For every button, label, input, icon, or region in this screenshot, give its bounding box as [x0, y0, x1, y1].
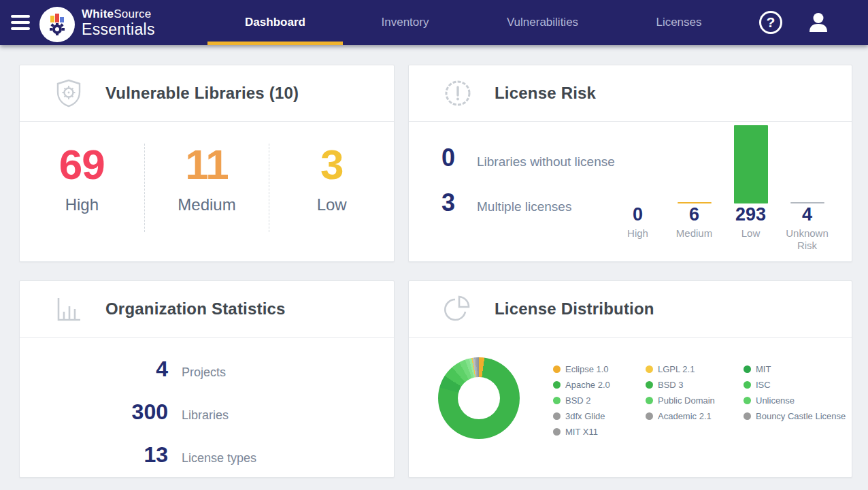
license-legend: Eclipse 1.0 Apache 2.0 BSD 2 3dfx Glide … [553, 364, 846, 437]
stat-label: High [20, 195, 144, 214]
license-risk-summary: 0 Libraries without license 3 Multiple l… [441, 144, 615, 217]
bar-value: 0 [633, 205, 643, 225]
summary-row: 3 Multiple licenses [441, 189, 615, 217]
bar-chart-icon [54, 294, 84, 324]
whitesource-logo[interactable] [39, 7, 75, 42]
legend-label: LGPL 2.1 [658, 364, 695, 374]
legend-item: MIT [744, 364, 846, 374]
legend-label: MIT X11 [565, 427, 598, 437]
bar-column-high: 0 High [610, 122, 666, 252]
legend-label: ISC [756, 380, 771, 390]
legend-dot [744, 397, 751, 404]
nav-tab-label: Vulnerabilities [507, 16, 578, 29]
legend-dot [646, 365, 653, 373]
user-avatar-icon[interactable] [805, 10, 831, 35]
legend-label: 3dfx Glide [565, 411, 605, 421]
legend-dot [646, 381, 653, 389]
hamburger-menu-icon[interactable] [11, 15, 30, 30]
bar-column-medium: 6 Medium [666, 122, 722, 252]
legend-column-2: LGPL 2.1 BSD 3 Public Domain Academic 2.… [646, 364, 727, 437]
stat-low: 3 Low [269, 144, 394, 232]
legend-item: BSD 2 [553, 395, 629, 406]
card-title: License Risk [495, 84, 596, 103]
brand-word-bold: White [82, 7, 114, 20]
legend-label: BSD 3 [658, 380, 684, 390]
stat-label: Medium [145, 195, 269, 214]
stat-value: 3 [269, 144, 394, 186]
organization-stats-list: 4 Projects 300 Libraries 13 License type… [20, 357, 394, 468]
card-license-distribution: License Distribution Eclipse 1.0 Apache … [408, 280, 852, 478]
card-license-risk: License Risk 0 Libraries without license… [408, 65, 852, 262]
stat-value: 300 [20, 399, 168, 425]
legend-label: BSD 2 [565, 395, 591, 406]
legend-label: Unlicense [756, 395, 795, 406]
legend-item: BSD 3 [646, 380, 727, 390]
help-icon[interactable]: ? [759, 11, 782, 34]
summary-label: Libraries without license [477, 154, 615, 169]
org-stat-license-types: 13 License types [20, 442, 394, 468]
legend-label: Bouncy Castle License [756, 411, 846, 421]
legend-dot [553, 365, 561, 373]
bar-medium [678, 202, 712, 204]
legend-column-3: MIT ISC Unlicense Bouncy Castle License [744, 364, 846, 437]
card-organization-statistics: Organization Statistics 4 Projects 300 L… [19, 280, 395, 478]
stat-value: 4 [20, 357, 168, 382]
nav-tab-inventory[interactable]: Inventory [343, 0, 467, 45]
stat-value: 69 [20, 144, 144, 186]
summary-label: Multiple licenses [477, 199, 571, 214]
legend-item: MIT X11 [553, 427, 629, 437]
card-header: Organization Statistics [20, 281, 394, 338]
legend-item: 3dfx Glide [553, 411, 629, 421]
severity-stats: 69 High 11 Medium 3 Low [20, 144, 394, 232]
card-vulnerable-libraries: Vulnerable Libraries (10) 69 High 11 Med… [19, 65, 395, 262]
navbar-right-actions: ? [759, 0, 868, 45]
nav-tab-label: Inventory [382, 16, 429, 29]
stat-value: 13 [20, 442, 168, 468]
nav-tab-dashboard[interactable]: Dashboard [207, 0, 343, 45]
bar-column-unknown-risk: 4 Unknown Risk [779, 122, 835, 252]
active-tab-underline [207, 42, 343, 45]
main-navigation: Dashboard Inventory Vulnerabilities Lice… [207, 0, 740, 45]
bar-label: Unknown Risk [782, 227, 833, 252]
bar-label: Low [725, 227, 777, 240]
legend-dot [744, 412, 751, 420]
card-header: Vulnerable Libraries (10) [20, 65, 394, 122]
stat-value: 11 [145, 144, 269, 186]
legend-dot [553, 412, 561, 420]
card-title: Organization Statistics [105, 299, 286, 318]
bar-value: 6 [689, 205, 699, 225]
nav-tab-vulnerabilities[interactable]: Vulnerabilities [467, 0, 618, 45]
alert-seal-icon [443, 78, 473, 108]
stat-label: Projects [182, 365, 226, 380]
dashboard-grid: Vulnerable Libraries (10) 69 High 11 Med… [19, 65, 852, 478]
stat-label: License types [182, 451, 256, 466]
legend-dot [646, 412, 653, 420]
brand-name: WhiteSource Essentials [82, 8, 155, 38]
bar-column-low: 293 Low [722, 122, 779, 252]
bar-label: High [612, 227, 664, 240]
license-risk-bar-chart: 0 High 6 Medium 293 Low 4 Unknown Risk [610, 122, 835, 252]
legend-item: Bouncy Castle License [744, 411, 846, 421]
legend-item: Academic 2.1 [646, 411, 727, 421]
stat-label: Low [269, 195, 394, 214]
license-distribution-donut-chart [438, 357, 520, 439]
card-title: Vulnerable Libraries (10) [105, 84, 299, 103]
card-header: License Distribution [409, 281, 852, 338]
brand-subtitle: Essentials [82, 21, 155, 38]
bar-label: Medium [669, 227, 720, 240]
legend-dot [553, 397, 561, 404]
legend-dot [553, 381, 561, 389]
legend-label: Eclipse 1.0 [565, 364, 609, 374]
legend-item: Apache 2.0 [553, 380, 629, 390]
summary-row: 0 Libraries without license [441, 144, 615, 172]
legend-label: Apache 2.0 [565, 380, 610, 390]
card-title: License Distribution [495, 299, 654, 318]
bar-unknown-risk [790, 202, 824, 204]
legend-label: MIT [756, 364, 771, 374]
bar-value: 293 [735, 205, 766, 225]
nav-tab-licenses[interactable]: Licenses [618, 0, 740, 45]
legend-item: Eclipse 1.0 [553, 364, 629, 374]
summary-value: 3 [441, 189, 471, 217]
bar-value: 4 [802, 205, 812, 225]
pie-chart-icon [443, 294, 473, 324]
